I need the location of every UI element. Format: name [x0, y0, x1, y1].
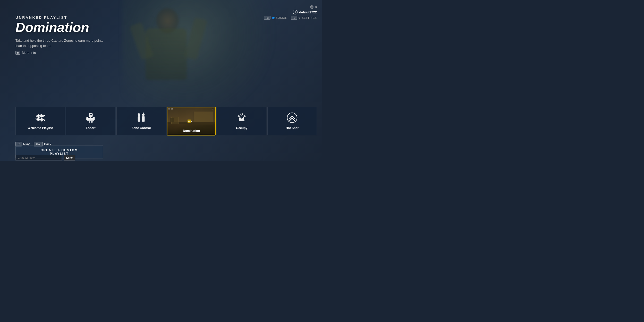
- playlist-item-hot-shot[interactable]: Hot Shot: [267, 107, 317, 135]
- chevron-up-circle-icon: [286, 112, 298, 124]
- chat-enter-key[interactable]: Enter: [64, 155, 75, 160]
- credits-icon: ✕: [310, 5, 314, 9]
- credits-value: 0: [315, 5, 317, 9]
- settings-label: SETTINGS: [302, 16, 317, 19]
- welcome-playlist-icon: [34, 111, 47, 124]
- more-info-label: More Info: [22, 51, 36, 55]
- domination-label-overlay: Domination: [167, 129, 215, 133]
- playlist-type-label: UNRANKED PLAYLIST: [15, 15, 106, 20]
- zone-control-icon: [135, 111, 148, 124]
- credits-display: ✕ 0: [264, 5, 317, 9]
- svg-point-25: [244, 115, 246, 117]
- username-display: 1 defnut2722: [264, 10, 317, 14]
- chat-input[interactable]: [15, 155, 62, 160]
- more-info-key: G: [15, 51, 20, 55]
- svg-point-14: [142, 114, 145, 116]
- escort-robot-icon: [85, 112, 97, 124]
- hud-action-buttons: F2 👥 SOCIAL F3 ⚙ SETTINGS: [264, 16, 317, 20]
- main-content: UNRANKED PLAYLIST Domination Take and ho…: [15, 15, 106, 55]
- svg-point-22: [189, 121, 191, 122]
- svg-rect-2: [90, 114, 91, 115]
- hud-top-right: ✕ 0 1 defnut2722 F2 👥 SOCIAL F3 ⚙ SETTIN…: [264, 5, 317, 20]
- playlist-item-welcome[interactable]: Welcome Playlist: [15, 107, 65, 135]
- escort-icon: [84, 111, 97, 124]
- playlist-grid-container: Welcome Playlist Escort: [15, 107, 317, 135]
- custom-playlist-label: CREATE A CUSTOM PLAYLIST: [41, 148, 78, 156]
- social-icon: 👥: [272, 16, 275, 19]
- svg-rect-5: [86, 117, 88, 120]
- svg-point-13: [138, 114, 140, 116]
- social-button[interactable]: F2 👥 SOCIAL: [264, 16, 287, 20]
- svg-rect-7: [89, 121, 90, 123]
- playlist-item-escort[interactable]: Escort: [66, 107, 115, 135]
- playlist-description: Take and hold the three Capture Zones to…: [15, 38, 106, 48]
- playlist-item-domination[interactable]: 55 · 21 ●●● Domination: [167, 107, 216, 135]
- svg-rect-10: [91, 117, 93, 118]
- svg-rect-8: [91, 121, 93, 123]
- more-info-link[interactable]: G More Info: [15, 51, 106, 55]
- social-label: SOCIAL: [276, 16, 287, 19]
- arrows-icon: [34, 112, 46, 124]
- svg-point-26: [287, 113, 297, 123]
- svg-rect-3: [91, 114, 92, 115]
- social-key: F2: [264, 16, 270, 20]
- playlist-item-occupy[interactable]: Occupy: [217, 107, 266, 135]
- settings-button[interactable]: F3 ⚙ SETTINGS: [291, 16, 317, 20]
- playlist-name: Domination: [15, 21, 106, 34]
- escort-label: Escort: [86, 126, 95, 130]
- svg-rect-9: [88, 117, 90, 118]
- svg-rect-12: [142, 116, 145, 122]
- hot-shot-icon: [286, 111, 299, 124]
- occupy-label: Occupy: [236, 126, 247, 130]
- settings-key: F3: [291, 16, 297, 20]
- svg-rect-11: [138, 116, 140, 122]
- username-text: defnut2722: [299, 10, 317, 14]
- zone-control-label: Zone Control: [132, 126, 151, 130]
- svg-rect-6: [94, 117, 95, 120]
- hot-shot-label: Hot Shot: [286, 126, 299, 130]
- chat-window: Enter: [15, 155, 75, 160]
- playlist-item-zone-control[interactable]: Zone Control: [116, 107, 166, 135]
- crown-icon: [236, 112, 248, 124]
- svg-point-24: [238, 115, 240, 117]
- playlist-grid: Welcome Playlist Escort: [15, 107, 317, 135]
- settings-icon: ⚙: [298, 16, 301, 19]
- level-badge: 1: [293, 10, 298, 14]
- zone-capture-icon: [135, 112, 147, 124]
- occupy-icon: [235, 111, 248, 124]
- welcome-playlist-label: Welcome Playlist: [28, 126, 53, 130]
